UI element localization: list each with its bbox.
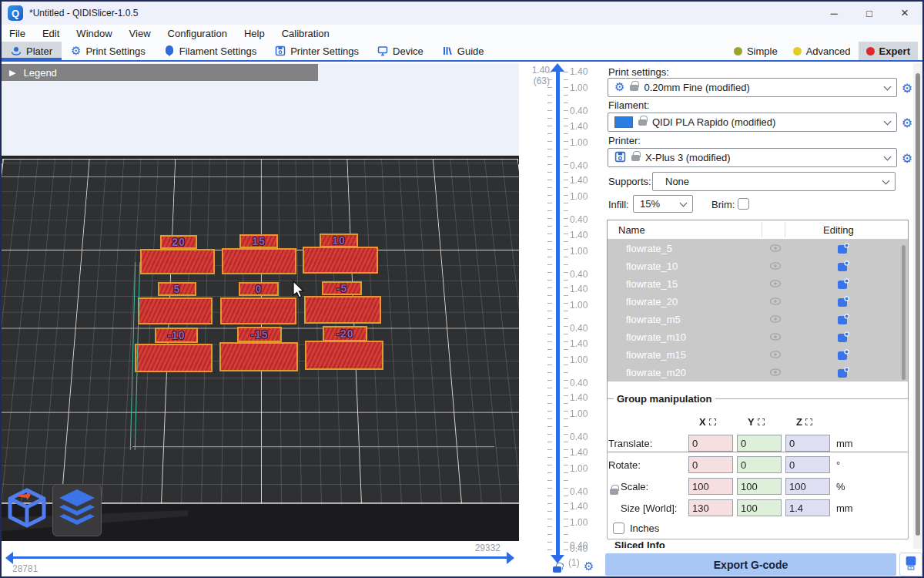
tab-filament-settings[interactable]: Filament Settings xyxy=(155,42,266,60)
edit-settings-icon[interactable] xyxy=(837,243,849,257)
list-row[interactable]: flowrate_m20 xyxy=(608,364,908,381)
menu-item-configuration[interactable]: Configuration xyxy=(168,28,227,39)
panel-scrollbar[interactable] xyxy=(913,63,923,549)
calibration-object[interactable] xyxy=(140,249,215,274)
edit-settings-icon[interactable] xyxy=(837,260,849,274)
size-x-input[interactable] xyxy=(688,499,733,516)
list-row[interactable]: flowrate_5 xyxy=(608,240,908,257)
translate-z-input[interactable] xyxy=(785,435,830,452)
slider-gear-icon[interactable]: ⚙ xyxy=(584,561,594,573)
slider-lock-icon[interactable] xyxy=(553,566,561,573)
panel-scrollbar-thumb[interactable] xyxy=(916,73,920,536)
minimize-button[interactable]: ─ xyxy=(816,2,852,25)
eye-icon[interactable] xyxy=(769,350,782,361)
menu-item-file[interactable]: File xyxy=(9,28,25,39)
list-row[interactable]: flowrate_20 xyxy=(608,293,908,311)
view-preview-button[interactable] xyxy=(52,484,102,536)
3d-viewport[interactable]: 20151050-5-10-15-20 ▶ Legend 29332 xyxy=(2,63,519,576)
h-slider-line[interactable] xyxy=(12,556,508,559)
edit-settings-icon[interactable] xyxy=(837,349,849,363)
h-slider-right-arrow[interactable] xyxy=(507,552,514,564)
mode-simple[interactable]: Simple xyxy=(726,42,785,60)
calibration-object-tab[interactable]: 5 xyxy=(158,282,196,296)
rotate-x-input[interactable] xyxy=(688,456,733,473)
object-list-scrollbar[interactable] xyxy=(902,245,906,380)
export-gcode-button[interactable]: Export G-code xyxy=(605,553,896,576)
calibration-object-tab[interactable]: -15 xyxy=(237,327,282,342)
calibration-object[interactable] xyxy=(303,247,378,274)
mode-expert[interactable]: Expert xyxy=(859,42,918,60)
layer-slider[interactable]: 1.40 (63) (1) ⚙ 1.401.000.401.401.000.40… xyxy=(519,63,604,576)
calibration-object[interactable] xyxy=(304,296,381,324)
list-row[interactable]: flowrate_m10 xyxy=(608,328,908,346)
eye-icon[interactable] xyxy=(769,244,782,255)
scale-y-input[interactable] xyxy=(737,478,782,495)
size-y-input[interactable] xyxy=(737,499,782,516)
legend-bar[interactable]: ▶ Legend xyxy=(2,64,318,81)
brim-checkbox[interactable] xyxy=(738,198,749,210)
scale-z-input[interactable] xyxy=(785,478,830,495)
calibration-object[interactable] xyxy=(135,344,213,372)
scale-x-input[interactable] xyxy=(688,478,733,495)
rotate-z-input[interactable] xyxy=(785,456,830,473)
calibration-object[interactable] xyxy=(305,341,383,370)
rotate-y-input[interactable] xyxy=(737,456,782,473)
edit-settings-icon[interactable] xyxy=(837,314,849,328)
edit-settings-icon[interactable] xyxy=(837,278,849,292)
tab-plater[interactable]: Plater xyxy=(2,42,62,60)
calibration-object[interactable] xyxy=(138,297,213,324)
menu-item-view[interactable]: View xyxy=(129,28,151,39)
print-settings-gear-button[interactable]: ⚙ xyxy=(899,80,915,96)
list-row[interactable]: flowrate_m5 xyxy=(608,311,908,328)
calibration-object-tab[interactable]: 0 xyxy=(239,282,279,296)
inches-checkbox[interactable] xyxy=(613,523,624,534)
eye-icon[interactable] xyxy=(769,314,782,326)
supports-select[interactable]: None xyxy=(652,172,896,191)
list-row[interactable]: flowrate_15 xyxy=(608,275,908,293)
menu-item-edit[interactable]: Edit xyxy=(42,28,59,39)
eye-icon[interactable] xyxy=(769,279,782,291)
maximize-button[interactable]: □ xyxy=(852,2,887,25)
printer-select[interactable]: X-Plus 3 (modified) xyxy=(608,148,897,167)
edit-settings-icon[interactable] xyxy=(837,331,849,345)
calibration-object-tab[interactable]: -5 xyxy=(322,281,362,295)
list-row[interactable]: flowrate_10 xyxy=(608,257,908,275)
translate-x-input[interactable] xyxy=(688,435,733,452)
edit-settings-icon[interactable] xyxy=(837,296,849,310)
tab-print-settings[interactable]: ⚙Print Settings xyxy=(62,42,155,60)
tab-device[interactable]: Device xyxy=(368,42,433,60)
menu-item-window[interactable]: Window xyxy=(76,28,112,39)
view-3d-editor-button[interactable] xyxy=(3,484,51,535)
eye-icon[interactable] xyxy=(769,332,782,344)
layer-slider-line[interactable] xyxy=(556,71,560,556)
edit-settings-icon[interactable] xyxy=(837,367,849,381)
calibration-object[interactable] xyxy=(220,297,296,324)
calibration-object[interactable] xyxy=(219,342,298,371)
eye-icon[interactable] xyxy=(769,297,782,308)
calibration-object-tab[interactable]: 10 xyxy=(320,234,358,247)
tab-printer-settings[interactable]: Printer Settings xyxy=(266,42,368,60)
list-row[interactable]: flowrate_m15 xyxy=(608,346,908,364)
size-z-input[interactable] xyxy=(785,499,830,516)
calibration-object-tab[interactable]: -10 xyxy=(155,328,198,343)
calibration-object-tab[interactable]: 20 xyxy=(160,235,197,249)
close-button[interactable]: × xyxy=(887,2,922,25)
filament-gear-button[interactable]: ⚙ xyxy=(899,115,915,130)
eye-icon[interactable] xyxy=(769,261,782,273)
printer-gear-button[interactable]: ⚙ xyxy=(899,150,915,166)
menu-item-calibration[interactable]: Calibration xyxy=(282,28,330,39)
print-settings-select[interactable]: ⚙ 0.20mm Fine (modified) xyxy=(608,78,897,97)
filament-select[interactable]: QIDI PLA Rapido (modified) xyxy=(608,113,897,132)
translate-y-input[interactable] xyxy=(737,435,782,452)
horizontal-move-slider[interactable]: 29332 28781 xyxy=(2,541,519,576)
tab-guide[interactable]: Guide xyxy=(433,42,494,60)
calibration-object[interactable] xyxy=(222,248,296,274)
scale-lock-icon[interactable] xyxy=(610,489,618,495)
infill-select[interactable]: 15% xyxy=(633,195,693,213)
calibration-object-tab[interactable]: -20 xyxy=(323,326,367,341)
eye-icon[interactable] xyxy=(769,368,782,379)
mode-advanced[interactable]: Advanced xyxy=(785,42,859,60)
menu-item-help[interactable]: Help xyxy=(244,28,265,39)
export-usb-button[interactable] xyxy=(899,553,922,576)
calibration-object-tab[interactable]: 15 xyxy=(239,234,278,248)
